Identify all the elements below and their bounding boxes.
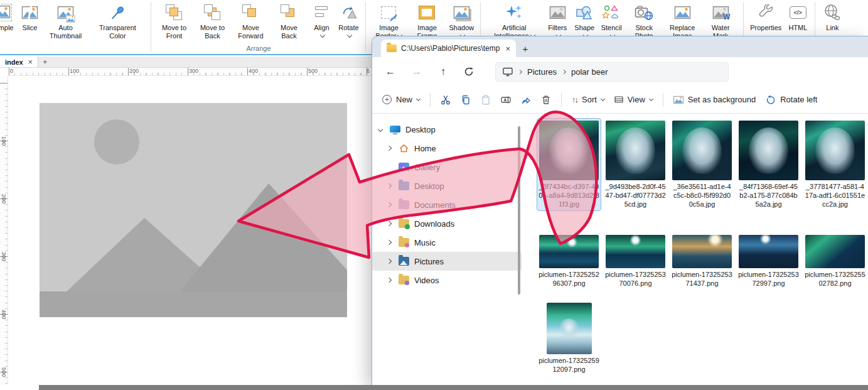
sidebar-item-label: Home [414, 144, 436, 153]
file-item[interactable]: piclumen-1732525912097.png [537, 301, 601, 376]
shadow-button[interactable]: Shadow [446, 1, 476, 41]
file-thumbnail [672, 235, 732, 268]
properties-button[interactable]: Properties [747, 1, 784, 33]
home-icon [399, 144, 409, 153]
auto-thumbnail-button[interactable]: Auto Thumbnail [43, 1, 87, 41]
close-icon[interactable] [505, 44, 510, 53]
new-document-tab-button[interactable] [38, 57, 52, 67]
file-item[interactable]: _36e35611-ad1e-4c5c-b8c0-f5f992d00c5a.jp… [670, 119, 734, 210]
chevron-right-icon[interactable] [387, 240, 392, 245]
canvas-image-placeholder[interactable] [40, 103, 347, 317]
chevron-right-icon[interactable] [387, 259, 392, 264]
chevron-right-icon[interactable] [387, 278, 392, 283]
rename-button[interactable] [501, 95, 511, 105]
html-button[interactable]: HTML [785, 1, 811, 33]
file-name: piclumen-1732525296307.png [538, 270, 599, 288]
filters-button[interactable]: Filters [544, 1, 571, 41]
file-item[interactable]: piclumen-1732525372997.png [737, 233, 800, 290]
sidebar-item-pictures[interactable]: Pictures [372, 252, 522, 271]
chevron-right-icon[interactable] [387, 202, 392, 207]
view-button[interactable]: View [614, 95, 653, 104]
sidebar-item-desktop[interactable]: Desktop [372, 176, 522, 195]
shape-button[interactable]: Shape [571, 1, 597, 41]
sidebar-item-label: Documents [414, 200, 456, 210]
rotate-left-button[interactable]: Rotate left [766, 95, 817, 105]
html-code-icon [787, 3, 808, 23]
new-button[interactable]: New [382, 95, 420, 104]
chevron-down-icon [347, 32, 352, 37]
ruler-tick-label: 6 [367, 68, 370, 74]
file-item[interactable]: piclumen-1732525296307.png [537, 233, 601, 290]
tab-index[interactable]: index [0, 57, 38, 67]
stencil-button[interactable]: Stencil [598, 1, 624, 41]
resample-button[interactable]: sample [0, 1, 16, 33]
file-item[interactable]: _9d493be8-2d0f-4547-bd47-df07773d25cd.jp… [604, 119, 667, 210]
ribbon-separator [151, 2, 151, 52]
breadcrumb-polar-beer[interactable]: polar beer [571, 67, 608, 77]
explorer-tab[interactable]: C:\Users\Pablo\Pictures\temp [381, 40, 516, 57]
replace-image-button[interactable]: Replace Image [663, 1, 701, 41]
chevron-right-icon[interactable] [387, 146, 392, 151]
file-item[interactable]: _3f7434bc-d397-490a-a8a4-9d813d2f81f3.jp… [537, 119, 601, 210]
new-tab-button[interactable] [516, 40, 535, 57]
back-button[interactable] [385, 66, 396, 77]
watermark-button[interactable]: Water Mark [702, 1, 739, 41]
forward-button[interactable] [411, 66, 422, 77]
sidebar-scrollbar[interactable] [518, 126, 520, 295]
refresh-button[interactable] [464, 67, 474, 77]
link-button[interactable]: Link [819, 1, 845, 33]
ruler-tick-label: 400 [1, 310, 7, 319]
sidebar-item-downloads[interactable]: Downloads [372, 214, 522, 233]
address-bar[interactable]: Pictures polar beer [495, 62, 729, 82]
file-item[interactable]: piclumen-1732525370076.png [604, 233, 667, 290]
wrench-icon [755, 3, 776, 23]
move-to-front-button[interactable]: Move to Front [155, 1, 193, 41]
shape-icon [574, 3, 595, 23]
delete-button[interactable] [541, 95, 551, 105]
file-item[interactable]: piclumen-1732525502782.png [803, 233, 867, 290]
file-item[interactable]: piclumen-1732525371437.png [670, 233, 734, 290]
share-button[interactable] [521, 95, 531, 105]
image-frame-button[interactable]: Image Frame [408, 1, 446, 41]
folder-icon [387, 45, 397, 52]
chevron-right-icon[interactable] [387, 221, 392, 226]
align-button[interactable]: Align [308, 1, 335, 41]
slice-button[interactable]: Slice [16, 1, 43, 33]
chevron-down-icon [601, 97, 605, 101]
sidebar-item-music[interactable]: Music [372, 233, 522, 252]
sort-button[interactable]: Sort [572, 95, 604, 104]
move-to-back-button[interactable]: Move to Back [193, 1, 231, 41]
sidebar-item-home[interactable]: Home [372, 139, 522, 158]
file-item[interactable]: _84f71368-69ef-45b2-a175-877c084b5a2a.jp… [737, 119, 800, 210]
image-border-button[interactable]: Image Border [370, 1, 407, 41]
move-back-button[interactable]: Move Back [270, 1, 308, 41]
close-icon[interactable] [28, 58, 33, 67]
move-forward-button[interactable]: Move Forward [232, 1, 269, 41]
chevron-right-icon[interactable] [387, 183, 392, 188]
up-button[interactable] [437, 66, 449, 77]
transparent-color-button[interactable]: Transparent Color [88, 1, 147, 41]
auto-thumbnail-icon [55, 3, 76, 23]
paste-button[interactable] [481, 95, 491, 105]
file-thumbnail [606, 235, 665, 268]
sidebar-item-documents[interactable]: Documents [372, 195, 522, 214]
stock-photo-button[interactable]: Stock Photo [625, 1, 663, 41]
chevron-down-icon[interactable] [378, 127, 383, 132]
file-item[interactable]: _37781477-a581-417a-adf1-6c01551ecc2a.jp… [803, 119, 867, 210]
sidebar-item-gallery[interactable]: Gallery [372, 158, 522, 176]
copy-button[interactable] [461, 95, 471, 105]
rotate-button[interactable]: Rotate [335, 1, 362, 41]
artificial-intelligence-button[interactable]: Artificial Intelligence [485, 1, 544, 41]
cut-button[interactable] [441, 95, 451, 105]
explorer-tabbar: C:\Users\Pablo\Pictures\temp [372, 36, 868, 57]
sidebar-item-label: Pictures [414, 257, 444, 266]
move-to-back-icon [201, 3, 223, 23]
explorer-command-bar: New Sort View Set as background Rotate l… [372, 86, 868, 114]
set-as-background-button[interactable]: Set as background [673, 95, 756, 105]
sidebar-item-label: Videos [414, 276, 439, 285]
file-name: piclumen-1732525912097.png [538, 356, 599, 374]
sidebar-item-videos[interactable]: Videos [372, 271, 522, 290]
breadcrumb-pictures[interactable]: Pictures [527, 67, 557, 77]
ruler-tick-label: 100 [1, 136, 7, 146]
sidebar-item-desktop-root[interactable]: Desktop [372, 120, 522, 139]
